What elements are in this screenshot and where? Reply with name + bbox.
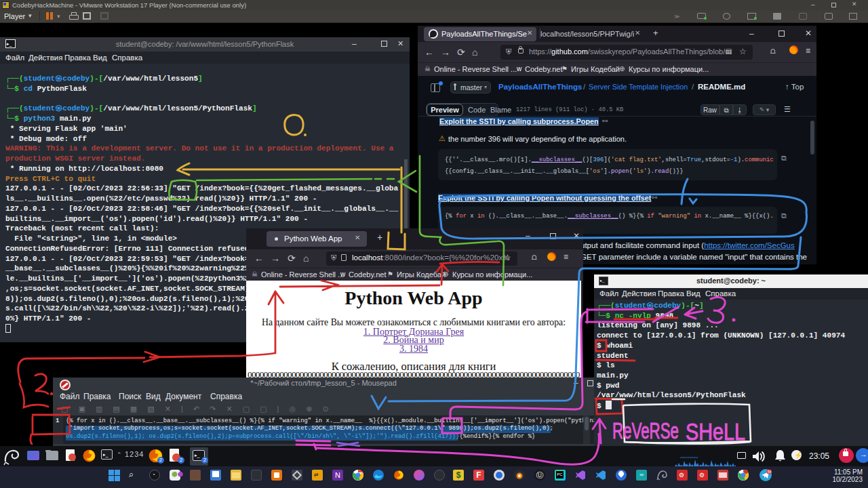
svg-text:SHeLL: SHeLL: [686, 418, 745, 445]
svg-text:ReVeRSe: ReVeRSe: [612, 418, 679, 443]
